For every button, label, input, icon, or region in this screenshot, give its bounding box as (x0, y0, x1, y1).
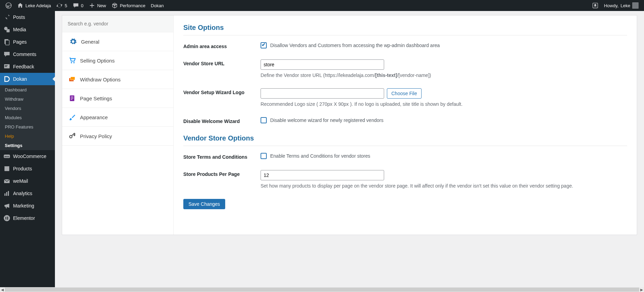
adminbar-updates[interactable]: 5 (54, 0, 70, 11)
menu-analytics[interactable]: Analytics (0, 187, 55, 200)
svg-rect-14 (4, 193, 5, 196)
svg-rect-12 (4, 166, 9, 167)
adminbar-site-name[interactable]: Leke Adelaja (14, 0, 54, 11)
settings-nav-appearance[interactable]: Appearance (62, 108, 173, 127)
adminbar-comments-count: 0 (81, 3, 83, 8)
checkbox-terms-wrap[interactable]: Enable Terms and Conditions for vendor s… (261, 153, 627, 159)
menu-dokan-submenu: Dashboard Withdraw Vendors Modules PRO F… (0, 85, 55, 150)
settings-search (62, 15, 173, 32)
menu-pages[interactable]: Pages (0, 36, 55, 48)
products-icon (3, 165, 10, 172)
settings-nav-withdraw[interactable]: Withdraw Options (62, 70, 173, 89)
adminmenu: Posts Media Pages Comments Feedback Doka… (0, 11, 55, 292)
help-vendor-url-post: /[vendor-name]) (397, 72, 431, 78)
scroll-left-arrow-icon[interactable]: ◄ (0, 287, 5, 292)
menu-wemail[interactable]: weMail (0, 175, 55, 187)
settings-nav-withdraw-label: Withdraw Options (80, 77, 120, 82)
input-wizard-logo[interactable] (261, 88, 384, 99)
input-vendor-url[interactable] (261, 59, 384, 70)
menu-elementor-label: Elementor (13, 215, 35, 221)
adminbar-dokan[interactable]: Dokan (148, 0, 166, 11)
wordpress-icon (5, 2, 12, 9)
horizontal-scrollbar[interactable]: ◄ ► (0, 287, 644, 292)
help-vendor-url-bold: [this-text] (375, 72, 397, 78)
feedback-icon (3, 63, 10, 70)
content-wrap[interactable]: General Selling Options Withdraw Options… (55, 11, 644, 287)
settings-nav-page-label: Page Settings (80, 96, 112, 101)
label-vendor-url: Vendor Store URL (183, 59, 261, 66)
settings-nav-selling[interactable]: Selling Options (62, 51, 173, 70)
elementor-icon (3, 215, 10, 222)
withdraw-icon (68, 76, 76, 83)
submenu-modules[interactable]: Modules (0, 113, 55, 122)
submenu-withdraw[interactable]: Withdraw (0, 94, 55, 104)
submenu-pro-features[interactable]: PRO Features (0, 122, 55, 132)
settings-nav-selling-label: Selling Options (80, 58, 115, 64)
adminbar-new-label: New (97, 3, 106, 8)
media-icon (3, 26, 10, 33)
input-ppp[interactable] (261, 170, 384, 180)
menu-woo-label: WooCommerce (13, 154, 46, 159)
scroll-thumb[interactable] (5, 288, 639, 292)
svg-rect-28 (71, 98, 73, 98)
plus-icon (89, 2, 95, 9)
submenu-vendors[interactable]: Vendors (0, 104, 55, 113)
save-button[interactable]: Save Changes (183, 199, 225, 209)
menu-feedback-label: Feedback (13, 64, 34, 69)
row-admin-access: Admin area access Disallow Vendors and C… (183, 42, 627, 49)
submenu-help[interactable]: Help (0, 132, 55, 141)
menu-woocommerce[interactable]: woo WooCommerce (0, 150, 55, 162)
gear-icon (69, 38, 77, 45)
svg-rect-15 (6, 192, 7, 196)
adminbar-performance[interactable]: Performance (109, 0, 148, 11)
settings-nav-privacy[interactable]: Privacy Policy (62, 127, 173, 146)
adminbar-wp-logo[interactable] (3, 0, 14, 11)
row-disable-wizard: Disable Welcome Wizard Disable welcome w… (183, 117, 627, 124)
menu-elementor[interactable]: Elementor (0, 212, 55, 224)
comments-icon (3, 51, 10, 58)
help-ppp: Set how many products to display per pag… (261, 183, 627, 189)
svg-point-30 (70, 135, 72, 138)
menu-posts[interactable]: Posts (0, 11, 55, 23)
section-title-vendor-store: Vendor Store Options (183, 134, 627, 142)
scroll-right-arrow-icon[interactable]: ► (639, 287, 644, 292)
analytics-icon (3, 190, 10, 197)
checkbox-terms[interactable] (261, 153, 267, 159)
label-admin-access: Admin area access (183, 42, 261, 49)
checkbox-disable-wizard-text: Disable welcome wizard for newly registe… (270, 117, 383, 123)
adminbar-howdy-user: Leke (621, 3, 630, 8)
adminbar-account[interactable]: Howdy, Leke (601, 0, 641, 11)
menu-products[interactable]: Products (0, 162, 55, 175)
menu-comments[interactable]: Comments (0, 48, 55, 60)
svg-rect-8 (5, 66, 7, 67)
menu-media[interactable]: Media (0, 23, 55, 36)
checkbox-admin-access[interactable] (261, 42, 267, 48)
menu-products-label: Products (13, 166, 32, 171)
submenu-dashboard[interactable]: Dashboard (0, 85, 55, 94)
settings-form: Site Options Admin area access Disallow … (174, 15, 637, 235)
submenu-settings[interactable]: Settings (0, 141, 55, 150)
help-wizard-logo: Recommended Logo size ( 270px X 90px ). … (261, 101, 627, 107)
menu-posts-label: Posts (13, 14, 25, 20)
settings-nav-page[interactable]: Page Settings (62, 89, 173, 108)
adminbar-comments[interactable]: 0 (70, 0, 86, 11)
checkbox-disable-wizard-wrap[interactable]: Disable welcome wizard for newly registe… (261, 117, 627, 123)
checkbox-disable-wizard[interactable] (261, 117, 267, 123)
row-terms: Store Terms and Conditions Enable Terms … (183, 153, 627, 160)
avatar (632, 2, 639, 9)
cart-icon (68, 57, 76, 64)
row-vendor-url: Vendor Store URL Define the Vendor store… (183, 59, 627, 78)
menu-marketing[interactable]: Marketing (0, 200, 55, 212)
checkbox-admin-access-wrap[interactable]: Disallow Vendors and Customers from acce… (261, 42, 627, 48)
adminbar-new[interactable]: New (86, 0, 109, 11)
svg-rect-7 (5, 65, 8, 66)
menu-dokan[interactable]: Dokan (0, 73, 55, 85)
settings-search-input[interactable] (62, 15, 173, 32)
settings-nav-general[interactable]: General (62, 32, 173, 51)
svg-rect-21 (7, 219, 8, 220)
divider (183, 146, 627, 146)
brush-icon (68, 113, 76, 121)
choose-file-button[interactable]: Choose File (387, 88, 422, 99)
adminbar-notifications[interactable] (589, 0, 601, 11)
menu-feedback[interactable]: Feedback (0, 60, 55, 73)
